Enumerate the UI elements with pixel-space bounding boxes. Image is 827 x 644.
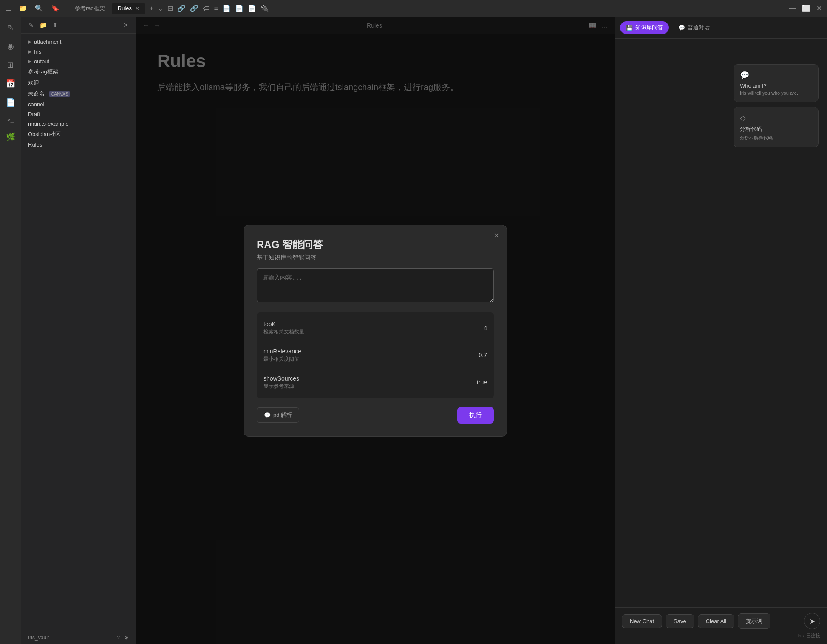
terminal-icon[interactable]: >_ — [6, 115, 16, 124]
file-label: cannoli — [28, 101, 45, 107]
graph-icon[interactable]: ◉ — [6, 40, 16, 53]
help-icon[interactable]: ? — [117, 635, 120, 641]
layout-icon[interactable]: ⊟ — [166, 3, 175, 14]
close-window-icon[interactable]: ✕ — [815, 3, 824, 14]
modal-actions: 💬 pdf解析 执行 — [257, 407, 494, 424]
minimize-icon[interactable]: — — [787, 3, 798, 14]
chat-card-icon: 💬 — [740, 71, 812, 80]
tab-label: 参考rag框架 — [75, 5, 105, 12]
upload-icon[interactable]: ⬆ — [51, 20, 59, 30]
tab-bar: 参考rag框架 Rules ✕ + ⌄ ⊟ 🔗 🔗 🏷 ≡ 📄 📄 📄 🔌 — [69, 2, 785, 15]
modal-close-button[interactable]: ✕ — [493, 231, 500, 240]
execute-button[interactable]: 执行 — [457, 407, 494, 424]
grid-icon[interactable]: ⊞ — [6, 59, 15, 71]
param-row-topk: topK 检索相关文档数量 4 — [263, 315, 487, 342]
file-item-main[interactable]: main.ts-example — [21, 119, 136, 129]
bookmark-icon[interactable]: 🔖 — [49, 3, 61, 14]
file-label: attachment — [34, 39, 61, 45]
tab-cankao[interactable]: 参考rag框架 — [69, 2, 111, 15]
file-label: Obsidian社区 — [28, 130, 61, 138]
canvas-badge: CANVAS — [49, 91, 70, 97]
chat-panel: 💾 知识库问答 💬 普通对话 💬 Who am I? Iris will tel… — [615, 17, 827, 644]
arrow-icon: ▶ — [28, 39, 31, 45]
save-button[interactable]: Save — [666, 614, 694, 628]
clear-all-button[interactable]: Clear All — [698, 614, 734, 628]
file-item-welcome[interactable]: 欢迎 — [21, 77, 136, 88]
tag-icon[interactable]: 🏷 — [201, 3, 211, 14]
left-icon-bar: ✎ ◉ ⊞ 📅 📄 >_ 🌿 — [0, 17, 21, 644]
sidebar: ✎ 📁 ⬆ ✕ ▶ attachment ▶ Iris ▶ output 参考r… — [21, 17, 136, 644]
param-value-showsources[interactable]: true — [453, 379, 487, 386]
param-desc-minrelevance: 最小相关度阈值 — [263, 356, 453, 363]
chat-top-tabs: 💾 知识库问答 💬 普通对话 — [615, 17, 827, 39]
tab-close-icon[interactable]: ✕ — [135, 6, 139, 11]
tab-rules[interactable]: Rules ✕ — [112, 3, 145, 14]
file-tree: ▶ attachment ▶ Iris ▶ output 参考rag框架 欢迎 … — [21, 34, 136, 631]
tab-label: 普通对话 — [688, 24, 710, 31]
chat-card-whoami[interactable]: 💬 Who am I? Iris will tell you who you a… — [734, 64, 819, 102]
chat-card-analyze[interactable]: ◇ 分析代码 分析和解释代码 — [734, 107, 819, 147]
file-label: main.ts-example — [28, 121, 68, 127]
title-bar-right: — ⬜ ✕ — [787, 3, 824, 14]
settings-icon[interactable]: ⚙ — [124, 635, 129, 641]
chat-footer-buttons: New Chat Save Clear All 提示词 ➤ — [622, 613, 820, 629]
calendar-icon[interactable]: 📅 — [4, 77, 17, 90]
tab-dropdown-icon[interactable]: ⌄ — [156, 3, 165, 14]
doc1-icon[interactable]: 📄 — [221, 3, 232, 14]
maximize-icon[interactable]: ⬜ — [800, 3, 812, 14]
param-info-minrelevance: minRelevance 最小相关度阈值 — [263, 348, 453, 363]
tab-knowledge-qa[interactable]: 💾 知识库问答 — [620, 21, 669, 34]
plugin-icon[interactable]: 🔌 — [259, 3, 271, 14]
link2-icon[interactable]: 🔗 — [188, 3, 200, 14]
file-item-output[interactable]: ▶ output — [21, 56, 136, 66]
doc2-icon[interactable]: 📄 — [233, 3, 245, 14]
new-folder-icon[interactable]: 📁 — [38, 20, 48, 30]
sidebar-toggle-icon[interactable]: ☰ — [3, 3, 13, 14]
file-sidebar-icon[interactable]: 📄 — [4, 96, 17, 109]
new-file-icon[interactable]: ✎ — [27, 20, 35, 30]
file-item-cannoli[interactable]: cannoli — [21, 99, 136, 109]
modal-params: topK 检索相关文档数量 4 minRelevance 最小相关度阈值 0.7 — [257, 312, 494, 398]
send-icon: ➤ — [810, 617, 815, 625]
collapse-icon[interactable]: ✕ — [122, 20, 130, 30]
plugin2-icon[interactable]: 🌿 — [4, 130, 17, 143]
param-row-showsources: showSources 显示参考来源 true — [263, 369, 487, 396]
file-item-rules[interactable]: Rules — [21, 140, 136, 150]
file-item-cankao[interactable]: 参考rag框架 — [21, 66, 136, 77]
arrow-icon: ▶ — [28, 59, 31, 64]
param-name-minrelevance: minRelevance — [263, 348, 453, 355]
chat-card-title: 分析代码 — [740, 125, 812, 133]
files-icon[interactable]: 📁 — [17, 3, 29, 14]
prompt-button[interactable]: 提示词 — [738, 613, 770, 629]
search-icon[interactable]: 🔍 — [33, 3, 45, 14]
file-item-obsidian[interactable]: Obsidian社区 — [21, 129, 136, 140]
chat-card-icon: ◇ — [740, 113, 812, 123]
list-icon[interactable]: ≡ — [212, 3, 219, 14]
vault-name: Iris_Vault — [28, 635, 49, 641]
file-item-draft[interactable]: Draft — [21, 109, 136, 119]
param-value-minrelevance[interactable]: 0.7 — [453, 352, 487, 359]
chat-footer: New Chat Save Clear All 提示词 ➤ Iris: 已连接 — [615, 607, 827, 644]
file-item-iris[interactable]: ▶ Iris — [21, 47, 136, 56]
param-value-topk[interactable]: 4 — [453, 325, 487, 331]
chat-icon: 💬 — [264, 412, 271, 418]
file-item-attachment[interactable]: ▶ attachment — [21, 37, 136, 47]
new-chat-button[interactable]: New Chat — [622, 614, 662, 628]
modal-input[interactable] — [257, 268, 494, 302]
modal-overlay: ✕ RAG 智能问答 基于知识库的智能问答 topK 检索相关文档数量 4 — [136, 17, 615, 644]
file-label: 欢迎 — [28, 79, 39, 87]
send-button[interactable]: ➤ — [804, 613, 820, 629]
status-text: Iris: 已连接 — [622, 633, 820, 639]
pdf-parse-button[interactable]: 💬 pdf解析 — [257, 407, 299, 423]
add-tab-icon[interactable]: + — [148, 3, 155, 14]
tab-label: 知识库问答 — [635, 24, 663, 31]
doc3-icon[interactable]: 📄 — [246, 3, 258, 14]
edit-icon[interactable]: ✎ — [6, 21, 15, 34]
chat-icon: 💬 — [678, 25, 685, 31]
param-name-showsources: showSources — [263, 375, 453, 382]
param-desc-topk: 检索相关文档数量 — [263, 328, 453, 336]
file-item-unnamed[interactable]: 未命名 CANVAS — [21, 88, 136, 99]
param-name-topk: topK — [263, 321, 453, 328]
tab-normal-chat[interactable]: 💬 普通对话 — [672, 21, 716, 34]
link1-icon[interactable]: 🔗 — [176, 3, 187, 14]
